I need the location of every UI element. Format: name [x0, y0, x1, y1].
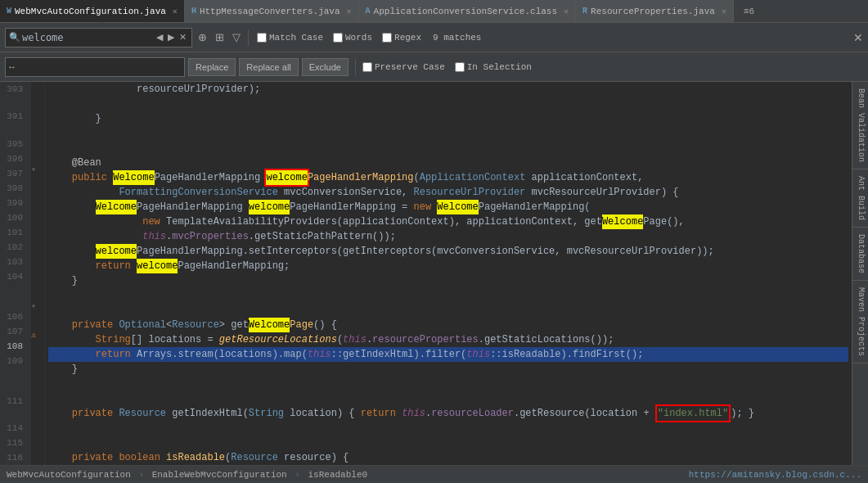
tab-appconv[interactable]: A ApplicationConversionService.class ✕: [359, 0, 576, 23]
code-line-393: resourceUrlProvider);: [48, 82, 848, 97]
line-num-108: 108: [0, 339, 28, 354]
regex-checkbox[interactable]: [382, 33, 392, 43]
regex-text: Regex: [394, 33, 421, 43]
tab-icon-appconv: A: [366, 7, 371, 16]
main-layout: 393 391 395 396 397 398 399 100 101 102 …: [0, 82, 868, 465]
breadcrumb-part3: isReadable0: [308, 470, 368, 480]
filter2-button[interactable]: ▽: [230, 31, 243, 43]
prev-match-button[interactable]: ◀: [155, 32, 164, 43]
words-checkbox[interactable]: [333, 33, 343, 43]
words-text: Words: [345, 33, 372, 43]
search-input[interactable]: [22, 32, 153, 43]
right-tab-database[interactable]: Database: [852, 228, 868, 281]
tab-httpmsg[interactable]: H HttpMessageConverters.java ✕: [185, 0, 359, 23]
code-area[interactable]: resourceUrlProvider); } @Bean public Wel…: [45, 82, 852, 465]
code-line-100: new TemplateAvailabilityProviders(applic…: [48, 214, 848, 229]
line-num-blank2: [0, 124, 28, 136]
fold-icon-108[interactable]: ⚠: [31, 328, 44, 343]
preserve-case-label[interactable]: Preserve Case: [362, 62, 445, 72]
code-line-395: [48, 141, 848, 156]
code-line-399: WelcomePageHandlerMapping welcomePageHan…: [48, 200, 848, 214]
line-num-107: 107: [0, 324, 28, 339]
line-num-396: 396: [0, 151, 28, 166]
code-line-115: private boolean isReadable(Resource reso…: [48, 450, 848, 465]
words-label[interactable]: Words: [333, 33, 372, 43]
preserve-case-checkbox[interactable]: [362, 62, 372, 72]
code-line-108: return Arrays.stream(locations).map(this…: [48, 347, 848, 362]
next-match-button[interactable]: ▶: [166, 32, 176, 43]
line-numbers-col: 393 391 395 396 397 398 399 100 101 102 …: [0, 82, 31, 465]
breadcrumb-path: WebMvcAutoConfiguration › EnableWebMvcCo…: [7, 470, 367, 480]
filter-button[interactable]: ⊞: [213, 31, 227, 43]
line-num-blank3: [0, 284, 28, 296]
right-tab-maven[interactable]: Maven Projects: [852, 281, 868, 363]
search-row: 🔍 ◀ ▶ ✕ ⊕ ⊞ ▽ Match Case Words Regex 9 m…: [0, 23, 868, 52]
replace-row: ↔ Replace Replace all Exclude Preserve C…: [0, 52, 868, 82]
exclude-button[interactable]: Exclude: [302, 58, 349, 76]
tab-webmvc[interactable]: W WebMvcAutoConfiguration.java ✕: [0, 0, 185, 23]
tab-close-httpmsg[interactable]: ✕: [347, 7, 352, 16]
line-num-blank6: [0, 381, 28, 393]
line-num-391: 391: [0, 109, 28, 124]
tab-label-resprops: ResourceProperties.java: [591, 7, 715, 16]
line-num-103: 103: [0, 255, 28, 269]
breadcrumb-sep2: ›: [295, 470, 300, 480]
replace-all-button[interactable]: Replace all: [239, 58, 298, 76]
line-num-399: 399: [0, 196, 28, 210]
line-num-397: 397: [0, 166, 28, 181]
replace-input[interactable]: [15, 61, 158, 73]
line-num-393: 393: [0, 82, 28, 97]
tab-icon-httpmsg: H: [191, 7, 196, 16]
breadcrumb: WebMvcAutoConfiguration › EnableWebMvcCo…: [0, 465, 868, 483]
code-line-101: this.mvcProperties.getStaticPathPattern(…: [48, 229, 848, 244]
breadcrumb-sep1: ›: [138, 470, 144, 480]
replace-input-wrap: ↔: [5, 57, 185, 77]
code-line-blank7: [48, 421, 848, 436]
tab-close-appconv[interactable]: ✕: [564, 7, 569, 16]
tab-label-appconv: ApplicationConversionService.class: [374, 7, 557, 16]
matches-count: 9 matches: [433, 33, 481, 43]
code-line-blank3: [48, 288, 848, 303]
line-num-398: 398: [0, 181, 28, 196]
line-num-blank5: [0, 368, 28, 381]
replace-sep: [355, 59, 356, 75]
match-case-checkbox[interactable]: [257, 33, 267, 43]
match-case-label[interactable]: Match Case: [257, 33, 323, 43]
line-num-114: 114: [0, 421, 28, 436]
find-in-path-button[interactable]: ⊕: [196, 31, 209, 43]
fold-icon-106[interactable]: ▾: [31, 300, 44, 314]
fold-icon-397[interactable]: ▾: [31, 163, 44, 178]
line-num-blank1: [0, 97, 28, 109]
in-selection-checkbox[interactable]: [455, 62, 465, 72]
close-find-button[interactable]: ✕: [853, 31, 863, 44]
preserve-case-text: Preserve Case: [375, 62, 445, 72]
code-line-111: private Resource getIndexHtml(String loc…: [48, 406, 848, 421]
code-line-blank8: [48, 436, 848, 450]
search-input-wrap: 🔍 ◀ ▶ ✕: [5, 28, 192, 47]
tab-close-webmvc[interactable]: ✕: [173, 7, 178, 16]
status-url: https://amitansky.blog.csdn.c...: [689, 470, 861, 480]
tab-overflow[interactable]: ≡6: [737, 7, 761, 16]
tab-bar: W WebMvcAutoConfiguration.java ✕ H HttpM…: [0, 0, 868, 23]
right-tab-bean-validation[interactable]: Bean Validation: [852, 82, 868, 169]
code-line-106: private Optional<Resource> getWelcomePag…: [48, 318, 848, 332]
line-num-104: 104: [0, 269, 28, 284]
in-selection-label[interactable]: In Selection: [455, 62, 532, 72]
line-num-blank7: [0, 409, 28, 421]
clear-search-button[interactable]: ✕: [178, 32, 188, 43]
code-line-398: FormattingConversionService mvcConversio…: [48, 185, 848, 200]
code-line-104: }: [48, 273, 848, 288]
replace-button[interactable]: Replace: [188, 58, 236, 76]
right-tab-ant-build[interactable]: Ant Build: [852, 169, 868, 228]
left-gutter: 393 391 395 396 397 398 399 100 101 102 …: [0, 82, 45, 465]
regex-label[interactable]: Regex: [382, 33, 421, 43]
code-line-blank2: [48, 126, 848, 141]
line-num-111: 111: [0, 394, 28, 409]
tab-resprops[interactable]: R ResourceProperties.java ✕: [576, 0, 734, 23]
code-line-blank5: [48, 377, 848, 391]
tab-icon-resprops: R: [582, 7, 587, 16]
line-num-115: 115: [0, 436, 28, 450]
tab-close-resprops[interactable]: ✕: [722, 7, 726, 16]
breadcrumb-part1: WebMvcAutoConfiguration: [7, 470, 131, 480]
search-separator1: [248, 29, 249, 46]
